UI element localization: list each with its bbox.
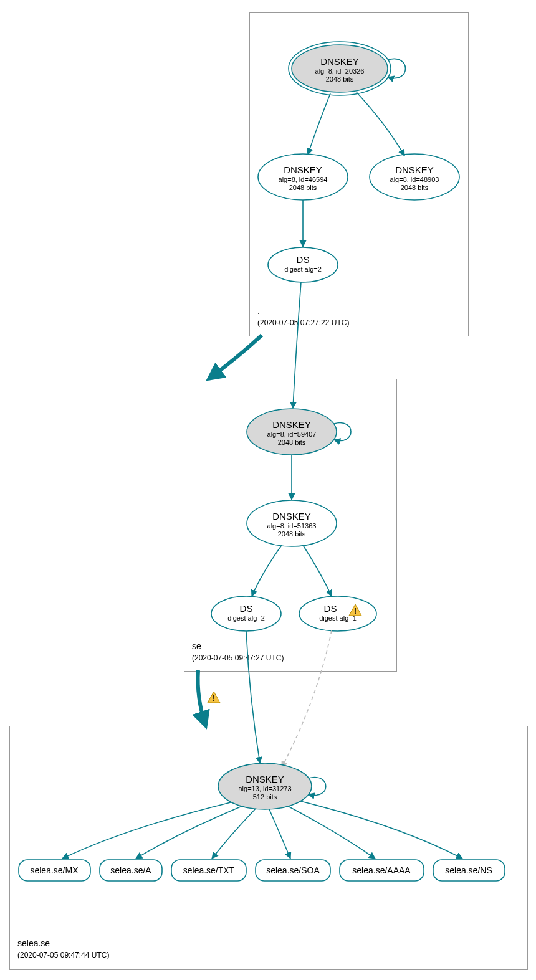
svg-text:512 bits: 512 bits <box>253 793 277 801</box>
rr-a: selea.se/A <box>100 860 162 881</box>
graph-svg: DNSKEY alg=8, id=20326 2048 bits DNSKEY … <box>0 0 536 980</box>
svg-text:!: ! <box>213 694 215 703</box>
svg-text:selea.se/NS: selea.se/NS <box>445 865 492 875</box>
svg-text:digest alg=2: digest alg=2 <box>284 265 322 273</box>
svg-text:alg=8, id=20326: alg=8, id=20326 <box>315 67 365 75</box>
svg-text:selea.se/TXT: selea.se/TXT <box>183 865 235 875</box>
svg-text:DNSKEY: DNSKEY <box>395 164 434 175</box>
edge-deleg-root-se <box>209 335 262 379</box>
svg-text:selea.se/A: selea.se/A <box>110 865 151 875</box>
edge-sezsk-ds1 <box>252 545 282 596</box>
svg-text:DNSKEY: DNSKEY <box>272 419 311 430</box>
edge-deleg-se-selea <box>198 670 206 726</box>
svg-text:2048 bits: 2048 bits <box>401 184 429 191</box>
svg-text:2048 bits: 2048 bits <box>278 439 306 446</box>
svg-point-13 <box>268 247 338 282</box>
svg-text:2048 bits: 2048 bits <box>289 184 317 191</box>
svg-text:!: ! <box>354 607 357 616</box>
svg-text:selea.se/MX: selea.se/MX <box>30 865 79 875</box>
svg-text:2048 bits: 2048 bits <box>326 75 354 83</box>
node-root-zsk1: DNSKEY alg=8, id=46594 2048 bits <box>258 154 348 200</box>
node-root-ds: DS digest alg=2 <box>268 247 338 282</box>
node-se-ksk: DNSKEY alg=8, id=59407 2048 bits <box>247 409 337 455</box>
svg-text:alg=8, id=48903: alg=8, id=48903 <box>390 176 439 183</box>
edge-rootksk-zsk1 <box>308 93 330 155</box>
svg-text:alg=8, id=46594: alg=8, id=46594 <box>279 176 328 183</box>
node-se-ds2: DS digest alg=1 <box>299 596 376 631</box>
svg-text:DNSKEY: DNSKEY <box>320 56 359 67</box>
edge-rootds-seksk <box>293 282 301 408</box>
rr-mx: selea.se/MX <box>19 860 90 881</box>
svg-point-24 <box>211 596 281 631</box>
svg-text:alg=8, id=59407: alg=8, id=59407 <box>267 431 317 438</box>
svg-text:2048 bits: 2048 bits <box>278 530 306 538</box>
svg-text:DS: DS <box>297 254 310 265</box>
node-se-ds1: DS digest alg=2 <box>211 596 281 631</box>
svg-text:DNSKEY: DNSKEY <box>246 774 284 784</box>
rr-soa: selea.se/SOA <box>256 860 330 881</box>
rr-ns: selea.se/NS <box>433 860 505 881</box>
rr-aaaa: selea.se/AAAA <box>340 860 424 881</box>
svg-point-27 <box>299 596 376 631</box>
svg-text:DNSKEY: DNSKEY <box>272 511 311 521</box>
node-root-zsk2: DNSKEY alg=8, id=48903 2048 bits <box>370 154 459 200</box>
edge-ksk-ns <box>300 801 462 859</box>
node-se-zsk: DNSKEY alg=8, id=51363 2048 bits <box>247 500 337 546</box>
edge-sezsk-ds2 <box>303 545 332 596</box>
node-selea-ksk: DNSKEY alg=13, id=31273 512 bits <box>218 763 312 809</box>
edge-seds1-seleaksk <box>246 631 260 763</box>
rr-txt: selea.se/TXT <box>171 860 246 881</box>
svg-text:alg=8, id=51363: alg=8, id=51363 <box>267 522 317 530</box>
edge-ksk-soa <box>269 809 290 859</box>
warning-icon: ! <box>208 692 220 703</box>
edge-seds2-seleaksk <box>282 630 332 768</box>
svg-text:DNSKEY: DNSKEY <box>284 164 322 175</box>
edge-ksk-aaaa <box>288 806 375 859</box>
svg-text:alg=13, id=31273: alg=13, id=31273 <box>238 785 291 792</box>
svg-text:DS: DS <box>324 603 337 614</box>
svg-text:selea.se/SOA: selea.se/SOA <box>266 865 320 875</box>
svg-text:selea.se/AAAA: selea.se/AAAA <box>352 865 411 875</box>
svg-text:DS: DS <box>240 603 253 614</box>
node-root-ksk: DNSKEY alg=8, id=20326 2048 bits <box>289 42 391 95</box>
edge-ksk-a <box>136 806 242 859</box>
edge-rootksk-zsk2 <box>357 92 404 156</box>
edge-ksk-mx <box>62 802 231 859</box>
svg-text:digest alg=2: digest alg=2 <box>227 614 265 622</box>
